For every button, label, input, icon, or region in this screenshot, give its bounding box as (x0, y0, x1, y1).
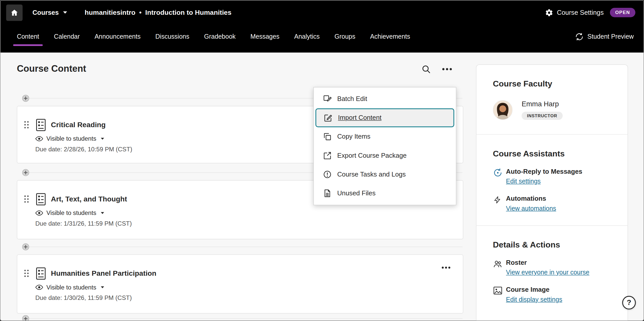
divider-line (23, 318, 463, 319)
assessment-document-icon (35, 119, 47, 131)
faculty-member: Emma Harp INSTRUCTOR (493, 100, 613, 120)
drag-handle[interactable] (24, 121, 29, 129)
due-date-text: Due date: 1/31/26, 11:59 PM (CST) (35, 220, 451, 227)
eye-icon (35, 284, 43, 290)
assessment-document-icon (35, 193, 47, 206)
drag-handle[interactable] (24, 195, 29, 203)
menu-item-label: Course Tasks and Logs (337, 171, 406, 178)
app-window: Courses humanitiesintro • Introduction t… (0, 0, 644, 321)
details-title: Roster (506, 259, 590, 266)
more-options-button[interactable] (442, 67, 453, 71)
section-heading: Course Faculty (493, 79, 613, 89)
item-title-link[interactable]: Art, Text, and Thought (51, 195, 127, 203)
menu-item-unused-files[interactable]: Unused Files (314, 184, 456, 203)
course-details-panel: Course Faculty (476, 64, 628, 321)
visibility-label: Visible to students (46, 284, 96, 290)
menu-item-course-tasks-and-logs[interactable]: Course Tasks and Logs (314, 165, 456, 184)
drag-handle[interactable] (24, 269, 29, 277)
course-faculty-section: Course Faculty (477, 65, 628, 134)
visibility-label: Visible to students (46, 209, 96, 216)
course-settings-button[interactable]: Course Settings (545, 8, 604, 17)
eye-icon (35, 210, 43, 216)
student-preview-label: Student Preview (587, 33, 634, 40)
details-actions-section: Details & Actions Roster View everyone i… (477, 225, 628, 317)
tab-groups[interactable]: Groups (334, 25, 355, 48)
breadcrumb: humanitiesintro • Introduction to Humani… (85, 9, 231, 17)
menu-item-label: Copy Items (337, 133, 371, 140)
import-content-icon (324, 113, 332, 122)
course-id: humanitiesintro (85, 9, 135, 17)
question-mark-icon: ? (627, 298, 631, 307)
details-title: Course Image (506, 286, 562, 294)
avatar (493, 100, 512, 120)
item-options-button[interactable] (441, 266, 451, 269)
edit-settings-link[interactable]: Edit settings (506, 178, 541, 185)
chevron-down-icon (101, 137, 105, 140)
edit-display-settings-link[interactable]: Edit display settings (506, 296, 562, 303)
details-item-course-image: Course Image Edit display settings (493, 286, 613, 303)
add-content-button[interactable] (22, 169, 29, 176)
chevron-down-icon (101, 212, 105, 214)
gear-icon (545, 8, 553, 17)
visibility-dropdown[interactable]: Visible to students (35, 209, 105, 216)
menu-item-label: Import Content (338, 114, 382, 122)
chevron-down-icon (63, 11, 67, 14)
tab-messages[interactable]: Messages (250, 25, 279, 48)
menu-item-batch-edit[interactable]: Batch Edit (314, 90, 456, 108)
content-item-card: Humanities Panel Participation Visible t… (17, 254, 463, 313)
search-button[interactable] (421, 64, 431, 74)
courses-label: Courses (32, 9, 59, 16)
tab-announcements[interactable]: Announcements (94, 25, 141, 48)
visibility-dropdown[interactable]: Visible to students (35, 135, 105, 142)
menu-item-export-course-package[interactable]: Export Course Package (314, 146, 456, 165)
student-preview-button[interactable]: Student Preview (576, 33, 634, 40)
refresh-icon (576, 33, 583, 40)
tab-gradebook[interactable]: Gradebook (204, 25, 236, 48)
tasks-logs-icon (323, 170, 332, 179)
menu-item-label: Unused Files (337, 189, 376, 197)
image-icon (493, 286, 502, 295)
tab-discussions[interactable]: Discussions (155, 25, 189, 48)
courses-menu-button[interactable]: Courses (32, 9, 67, 16)
tab-achievements[interactable]: Achievements (370, 25, 410, 48)
ellipsis-icon (441, 266, 451, 269)
add-content-button[interactable] (22, 95, 29, 102)
search-icon (421, 64, 431, 74)
auto-reply-icon (493, 168, 502, 177)
export-package-icon (323, 151, 332, 160)
eye-icon (35, 136, 43, 141)
menu-item-import-content[interactable]: Import Content (315, 108, 454, 127)
add-content-button[interactable] (22, 243, 29, 250)
page-title: Course Content (17, 64, 86, 74)
unused-files-icon (323, 189, 332, 198)
top-bar: Courses humanitiesintro • Introduction t… (1, 1, 644, 25)
copy-items-icon (323, 132, 332, 141)
menu-item-copy-items[interactable]: Copy Items (314, 127, 456, 146)
tab-analytics[interactable]: Analytics (294, 25, 320, 48)
open-status-badge[interactable]: OPEN (610, 8, 635, 17)
help-button[interactable]: ? (622, 296, 636, 309)
course-title: Introduction to Humanities (145, 9, 232, 17)
tab-content[interactable]: Content (17, 25, 39, 48)
visibility-dropdown[interactable]: Visible to students (35, 284, 105, 290)
breadcrumb-separator: • (139, 9, 142, 17)
assistant-title: Auto-Reply to Messages (506, 168, 582, 175)
assessment-document-icon (35, 267, 47, 280)
tab-calendar[interactable]: Calendar (54, 25, 80, 48)
course-nav-bar: Content Calendar Announcements Discussio… (1, 25, 644, 49)
app-header: Courses humanitiesintro • Introduction t… (1, 1, 644, 53)
item-title-link[interactable]: Humanities Panel Participation (51, 269, 156, 278)
batch-edit-icon (323, 94, 332, 103)
add-content-button[interactable] (22, 315, 29, 321)
insert-divider (17, 243, 463, 250)
home-button[interactable] (6, 4, 23, 21)
faculty-name: Emma Harp (522, 100, 563, 108)
ellipsis-icon (442, 67, 453, 71)
section-heading: Course Assistants (493, 149, 613, 158)
chevron-down-icon (101, 286, 105, 288)
view-roster-link[interactable]: View everyone in your course (506, 269, 590, 276)
assistant-title: Automations (506, 195, 556, 202)
item-title-link[interactable]: Critical Reading (51, 121, 106, 129)
assistant-item-auto-reply: Auto-Reply to Messages Edit settings (493, 168, 613, 185)
view-automations-link[interactable]: View automations (506, 205, 556, 212)
